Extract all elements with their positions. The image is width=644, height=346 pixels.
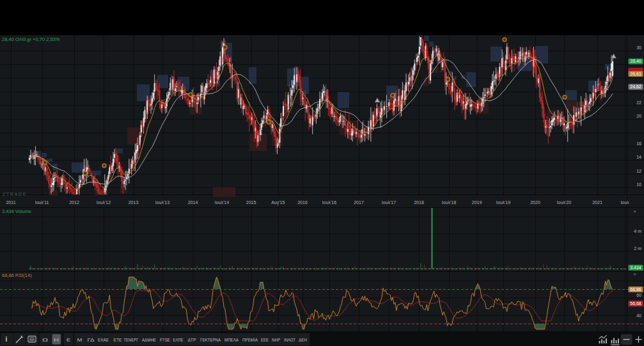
svg-text:68,86: 68,86 bbox=[630, 287, 641, 292]
svg-text:16: 16 bbox=[636, 141, 641, 146]
svg-text:2011: 2011 bbox=[6, 200, 15, 205]
svg-text:28,40: 28,40 bbox=[630, 59, 641, 63]
svg-text:Ιουλ'20: Ιουλ'20 bbox=[557, 200, 571, 205]
svg-text:20: 20 bbox=[636, 114, 641, 118]
svg-text:Ιουλ'19: Ιουλ'19 bbox=[496, 200, 510, 205]
svg-text:ZTRADE: ZTRADE bbox=[3, 192, 27, 196]
svg-text:ΕΤΕ: ΕΤΕ bbox=[114, 337, 122, 343]
svg-text:Ιουλ'16: Ιουλ'16 bbox=[322, 200, 336, 205]
svg-text:Μ: Μ bbox=[77, 337, 82, 343]
svg-text:56,68: 56,68 bbox=[630, 301, 641, 306]
svg-text:Η: Η bbox=[54, 337, 59, 343]
svg-text:22: 22 bbox=[636, 100, 641, 105]
svg-text:Ιουλ: Ιουλ bbox=[620, 200, 629, 205]
svg-text:ΑΔΜΗΕ: ΑΔΜΗΕ bbox=[142, 337, 156, 343]
svg-text:ΓΕΚΤΕΡΝΑ: ΓΕΚΤΕΡΝΑ bbox=[200, 337, 221, 343]
svg-text:Ιουλ'17: Ιουλ'17 bbox=[382, 200, 396, 205]
svg-text:ΕΕΕ: ΕΕΕ bbox=[261, 337, 269, 343]
svg-text:2014: 2014 bbox=[188, 200, 198, 205]
svg-text:ΜΠΕΛΑ: ΜΠΕΛΑ bbox=[224, 337, 239, 343]
svg-text:10: 10 bbox=[636, 182, 641, 187]
svg-text:4 m: 4 m bbox=[634, 229, 641, 233]
svg-text:2 m: 2 m bbox=[634, 246, 641, 251]
svg-text:×: × bbox=[633, 208, 636, 214]
svg-text:Ιουλ'13: Ιουλ'13 bbox=[155, 200, 169, 205]
svg-text:Ε: Ε bbox=[67, 337, 70, 343]
svg-text:68,86 RSI(14): 68,86 RSI(14) bbox=[2, 272, 32, 278]
svg-text:ΝΗΡ: ΝΗΡ bbox=[272, 337, 280, 343]
svg-text:14: 14 bbox=[636, 155, 641, 159]
svg-text:Ιουλ'11: Ιουλ'11 bbox=[35, 200, 49, 205]
svg-text:28,40 ΟΛΘ.gr +0,70 2,53%: 28,40 ΟΛΘ.gr +0,70 2,53% bbox=[2, 36, 60, 42]
svg-text:40: 40 bbox=[636, 313, 641, 318]
svg-text:ΓΔ: ΓΔ bbox=[88, 337, 95, 343]
svg-text:ΙΝΛΟΤ: ΙΝΛΟΤ bbox=[284, 337, 295, 343]
svg-text:ΔΤΡ: ΔΤΡ bbox=[188, 337, 196, 343]
svg-text:30: 30 bbox=[636, 45, 641, 50]
svg-text:2020: 2020 bbox=[530, 200, 540, 205]
svg-text:i: i bbox=[6, 336, 8, 343]
svg-text:3.434 Volume: 3.434 Volume bbox=[2, 208, 31, 214]
svg-text:ΕΧΑΕ: ΕΧΑΕ bbox=[98, 337, 109, 343]
svg-text:ΤΕΝΕΡΓ: ΤΕΝΕΡΓ bbox=[124, 337, 139, 343]
svg-text:2019: 2019 bbox=[472, 200, 482, 205]
svg-text:Ιουλ'14: Ιουλ'14 bbox=[215, 200, 229, 205]
svg-text:×: × bbox=[633, 271, 636, 277]
svg-text:ΕΛΠΕ: ΕΛΠΕ bbox=[173, 337, 184, 343]
svg-text:2016: 2016 bbox=[297, 200, 308, 205]
svg-text:2012: 2012 bbox=[69, 200, 79, 205]
svg-text:FTSE: FTSE bbox=[160, 337, 170, 343]
svg-text:ΔΕΗ: ΔΕΗ bbox=[299, 337, 307, 343]
svg-text:Αυγ'15: Αυγ'15 bbox=[271, 200, 285, 205]
svg-text:60: 60 bbox=[636, 293, 641, 297]
svg-text:ΠΡΕΜΙΑ: ΠΡΕΜΙΑ bbox=[242, 337, 258, 343]
svg-text:2017: 2017 bbox=[354, 200, 364, 205]
svg-text:Ιουλ'18: Ιουλ'18 bbox=[442, 200, 456, 205]
svg-text:3.434: 3.434 bbox=[630, 265, 641, 270]
svg-text:2015: 2015 bbox=[246, 200, 256, 205]
svg-text:2018: 2018 bbox=[414, 200, 424, 205]
svg-text:12: 12 bbox=[636, 169, 641, 173]
svg-text:Ω: Ω bbox=[42, 337, 48, 343]
svg-text:Ιουλ'12: Ιουλ'12 bbox=[97, 200, 111, 205]
svg-text:2013: 2013 bbox=[129, 200, 139, 205]
svg-text:2021: 2021 bbox=[592, 200, 602, 205]
svg-text:24,62: 24,62 bbox=[630, 84, 641, 89]
svg-text:26,63: 26,63 bbox=[630, 72, 641, 76]
